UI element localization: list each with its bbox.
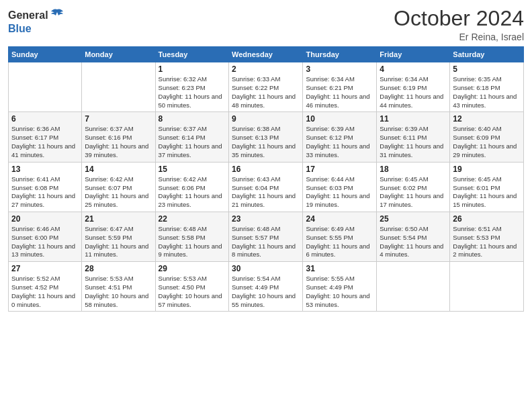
day-number: 19 [453, 165, 521, 174]
day-info: Sunrise: 6:42 AMSunset: 6:07 PMDaylight:… [85, 175, 152, 210]
day-info: Sunrise: 6:36 AMSunset: 6:17 PMDaylight:… [11, 125, 79, 159]
calendar-cell: 3Sunrise: 6:34 AMSunset: 6:21 PMDaylight… [303, 62, 377, 112]
day-number: 16 [232, 165, 300, 174]
calendar-week-row: 27Sunrise: 5:52 AMSunset: 4:52 PMDayligh… [9, 262, 524, 312]
day-number: 30 [232, 264, 300, 273]
day-info: Sunrise: 6:33 AMSunset: 6:22 PMDaylight:… [232, 75, 300, 109]
calendar-cell: 5Sunrise: 6:35 AMSunset: 6:18 PMDaylight… [450, 62, 524, 112]
day-info: Sunrise: 5:53 AMSunset: 4:50 PMDaylight:… [159, 275, 226, 309]
calendar-cell: 1Sunrise: 6:32 AMSunset: 6:23 PMDaylight… [155, 62, 228, 112]
day-number: 11 [380, 114, 447, 124]
calendar-week-row: 1Sunrise: 6:32 AMSunset: 6:23 PMDaylight… [9, 62, 524, 112]
day-number: 22 [159, 214, 226, 224]
day-number: 5 [453, 64, 521, 74]
day-info: Sunrise: 5:53 AMSunset: 4:51 PMDaylight:… [85, 275, 152, 309]
day-number: 4 [380, 64, 447, 74]
day-info: Sunrise: 6:48 AMSunset: 5:58 PMDaylight:… [159, 225, 226, 259]
day-info: Sunrise: 6:38 AMSunset: 6:13 PMDaylight:… [232, 125, 300, 159]
weekday-header-wednesday: Wednesday [229, 47, 303, 62]
day-number: 15 [159, 165, 226, 174]
logo-blue: Blue [8, 24, 32, 34]
day-info: Sunrise: 6:46 AMSunset: 6:00 PMDaylight:… [11, 225, 79, 259]
calendar-week-row: 6Sunrise: 6:36 AMSunset: 6:17 PMDaylight… [9, 112, 524, 162]
day-number: 6 [11, 114, 79, 124]
page: General Blue October 2024 Er Reina, Isra… [0, 0, 532, 411]
day-number: 14 [85, 165, 152, 174]
day-number: 25 [380, 214, 447, 224]
calendar-cell: 2Sunrise: 6:33 AMSunset: 6:22 PMDaylight… [229, 62, 303, 112]
calendar-cell: 28Sunrise: 5:53 AMSunset: 4:51 PMDayligh… [82, 262, 155, 312]
day-info: Sunrise: 6:47 AMSunset: 5:59 PMDaylight:… [85, 225, 152, 259]
calendar-cell: 26Sunrise: 6:51 AMSunset: 5:53 PMDayligh… [450, 212, 524, 261]
weekday-header-sunday: Sunday [9, 47, 82, 62]
day-info: Sunrise: 5:55 AMSunset: 4:49 PMDaylight:… [306, 275, 373, 309]
day-number: 7 [85, 114, 152, 124]
day-number: 10 [306, 114, 373, 124]
calendar-cell: 12Sunrise: 6:40 AMSunset: 6:09 PMDayligh… [450, 112, 524, 162]
logo-bird-icon [50, 7, 64, 24]
day-info: Sunrise: 6:37 AMSunset: 6:14 PMDaylight:… [159, 125, 226, 159]
day-number: 29 [159, 264, 226, 273]
calendar-cell: 17Sunrise: 6:44 AMSunset: 6:03 PMDayligh… [303, 162, 377, 212]
day-info: Sunrise: 6:34 AMSunset: 6:21 PMDaylight:… [306, 75, 373, 109]
day-number: 8 [159, 114, 226, 124]
day-info: Sunrise: 6:49 AMSunset: 5:55 PMDaylight:… [306, 225, 373, 259]
calendar-cell: 23Sunrise: 6:48 AMSunset: 5:57 PMDayligh… [229, 212, 303, 261]
calendar-cell: 18Sunrise: 6:45 AMSunset: 6:02 PMDayligh… [377, 162, 450, 212]
day-number: 23 [232, 214, 300, 224]
weekday-header-friday: Friday [377, 47, 450, 62]
day-number: 9 [232, 114, 300, 124]
day-info: Sunrise: 6:51 AMSunset: 5:53 PMDaylight:… [453, 225, 521, 259]
calendar-week-row: 20Sunrise: 6:46 AMSunset: 6:00 PMDayligh… [9, 212, 524, 261]
calendar-cell: 4Sunrise: 6:34 AMSunset: 6:19 PMDaylight… [377, 62, 450, 112]
day-number: 20 [11, 214, 79, 224]
calendar-cell: 19Sunrise: 6:45 AMSunset: 6:01 PMDayligh… [450, 162, 524, 212]
calendar-cell: 14Sunrise: 6:42 AMSunset: 6:07 PMDayligh… [82, 162, 155, 212]
calendar-cell: 30Sunrise: 5:54 AMSunset: 4:49 PMDayligh… [229, 262, 303, 312]
day-number: 18 [380, 165, 447, 174]
calendar-cell: 9Sunrise: 6:38 AMSunset: 6:13 PMDaylight… [229, 112, 303, 162]
day-info: Sunrise: 6:48 AMSunset: 5:57 PMDaylight:… [232, 225, 300, 259]
day-info: Sunrise: 6:32 AMSunset: 6:23 PMDaylight:… [159, 75, 226, 109]
day-number: 1 [159, 64, 226, 74]
weekday-header-row: SundayMondayTuesdayWednesdayThursdayFrid… [9, 47, 524, 62]
calendar-cell: 25Sunrise: 6:50 AMSunset: 5:54 PMDayligh… [377, 212, 450, 261]
day-number: 31 [306, 264, 373, 273]
day-info: Sunrise: 6:41 AMSunset: 6:08 PMDaylight:… [11, 175, 79, 210]
calendar-cell [9, 62, 82, 112]
calendar-cell: 31Sunrise: 5:55 AMSunset: 4:49 PMDayligh… [303, 262, 377, 312]
calendar-cell: 8Sunrise: 6:37 AMSunset: 6:14 PMDaylight… [155, 112, 228, 162]
calendar-cell [82, 62, 155, 112]
logo-general: General [8, 10, 48, 21]
header: General Blue October 2024 Er Reina, Isra… [8, 7, 524, 42]
day-info: Sunrise: 5:54 AMSunset: 4:49 PMDaylight:… [232, 275, 300, 309]
calendar-cell: 7Sunrise: 6:37 AMSunset: 6:16 PMDaylight… [82, 112, 155, 162]
day-number: 27 [11, 264, 79, 273]
day-number: 17 [306, 165, 373, 174]
calendar-cell: 15Sunrise: 6:42 AMSunset: 6:06 PMDayligh… [155, 162, 228, 212]
calendar-cell: 20Sunrise: 6:46 AMSunset: 6:00 PMDayligh… [9, 212, 82, 261]
day-info: Sunrise: 6:35 AMSunset: 6:18 PMDaylight:… [453, 75, 521, 109]
calendar-cell: 11Sunrise: 6:39 AMSunset: 6:11 PMDayligh… [377, 112, 450, 162]
day-info: Sunrise: 6:43 AMSunset: 6:04 PMDaylight:… [232, 175, 300, 210]
calendar-cell [377, 262, 450, 312]
day-number: 28 [85, 264, 152, 273]
day-number: 24 [306, 214, 373, 224]
day-info: Sunrise: 6:45 AMSunset: 6:01 PMDaylight:… [453, 175, 521, 210]
calendar-cell [450, 262, 524, 312]
day-number: 3 [306, 64, 373, 74]
logo: General Blue [8, 7, 64, 34]
weekday-header-saturday: Saturday [450, 47, 524, 62]
day-info: Sunrise: 6:44 AMSunset: 6:03 PMDaylight:… [306, 175, 373, 210]
calendar-week-row: 13Sunrise: 6:41 AMSunset: 6:08 PMDayligh… [9, 162, 524, 212]
day-number: 13 [11, 165, 79, 174]
calendar-cell: 21Sunrise: 6:47 AMSunset: 5:59 PMDayligh… [82, 212, 155, 261]
day-number: 2 [232, 64, 300, 74]
weekday-header-tuesday: Tuesday [155, 47, 228, 62]
day-number: 21 [85, 214, 152, 224]
calendar-cell: 22Sunrise: 6:48 AMSunset: 5:58 PMDayligh… [155, 212, 228, 261]
day-info: Sunrise: 6:37 AMSunset: 6:16 PMDaylight:… [85, 125, 152, 159]
day-number: 12 [453, 114, 521, 124]
day-number: 26 [453, 214, 521, 224]
day-info: Sunrise: 6:45 AMSunset: 6:02 PMDaylight:… [380, 175, 447, 210]
